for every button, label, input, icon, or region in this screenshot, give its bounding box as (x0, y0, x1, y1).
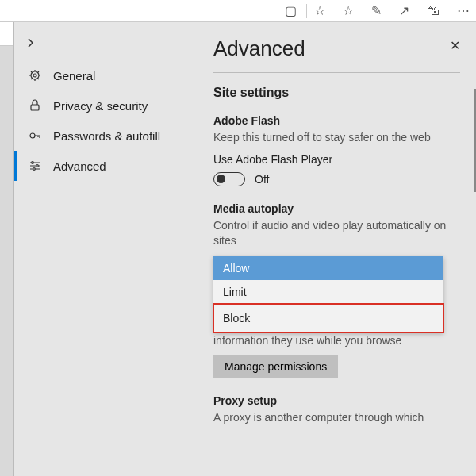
option-block[interactable]: Block (213, 304, 443, 332)
sidebar-item-advanced[interactable]: Advanced (14, 151, 193, 181)
svg-point-5 (36, 165, 39, 167)
flash-heading: Adobe Flash (213, 114, 460, 127)
proxy-section: Proxy setup A proxy is another computer … (213, 394, 460, 425)
sidebar-item-label: Advanced (53, 159, 106, 173)
back-button[interactable] (14, 30, 193, 60)
autoplay-section: Media autoplay Control if audio and vide… (213, 202, 460, 378)
content-pane: ✕ Advanced Site settings Adobe Flash Kee… (193, 22, 476, 476)
favorite-star-icon[interactable]: ☆ (314, 3, 325, 18)
sidebar-item-label: Passwords & autofill (53, 129, 160, 143)
gear-icon (28, 68, 42, 83)
sidebar-item-label: Privacy & security (53, 99, 148, 113)
sidebar-item-privacy[interactable]: Privacy & security (14, 90, 193, 121)
proxy-heading: Proxy setup (213, 394, 460, 407)
svg-point-3 (30, 133, 35, 138)
divider (213, 72, 460, 73)
manage-permissions-button[interactable]: Manage permissions (213, 355, 338, 378)
key-icon (28, 129, 42, 143)
close-icon[interactable]: ✕ (450, 38, 460, 53)
section-heading: Site settings (213, 86, 460, 100)
svg-point-4 (32, 162, 34, 164)
autoplay-desc: Control if audio and video play automati… (213, 218, 460, 248)
active-tab[interactable] (0, 22, 13, 46)
option-allow[interactable]: Allow (213, 256, 443, 280)
svg-point-1 (33, 74, 36, 77)
toolbar-separator (306, 4, 307, 18)
tab-strip (0, 22, 14, 476)
flash-use-label: Use Adobe Flash Player (213, 153, 460, 166)
svg-rect-2 (31, 105, 39, 110)
option-limit[interactable]: Limit (213, 280, 443, 304)
sidebar-item-passwords[interactable]: Passwords & autofill (14, 121, 193, 151)
sidebar-item-general[interactable]: General (14, 60, 193, 90)
permissions-text: information they use while you browse (213, 334, 460, 347)
reading-list-icon[interactable]: ▢ (285, 3, 297, 18)
share-icon[interactable]: ↗ (399, 3, 409, 18)
flash-toggle[interactable] (213, 172, 245, 186)
sliders-icon (28, 159, 42, 173)
flash-desc: Keep this turned off to stay safer on th… (213, 130, 460, 145)
favorites-add-icon[interactable]: ☆ (343, 3, 354, 18)
proxy-desc: A proxy is another computer through whic… (213, 410, 460, 425)
store-icon[interactable]: 🛍 (427, 4, 440, 18)
more-icon[interactable]: ⋯ (457, 3, 470, 18)
svg-point-6 (33, 168, 36, 171)
lock-icon (28, 98, 42, 113)
autoplay-heading: Media autoplay (213, 202, 460, 215)
settings-sidebar: General Privacy & security Passwords & a… (14, 22, 193, 476)
flash-section: Adobe Flash Keep this turned off to stay… (213, 114, 460, 186)
page-title: Advanced (213, 36, 460, 61)
browser-toolbar: ▢ ☆ ☆ ✎ ↗ 🛍 ⋯ (0, 0, 476, 22)
toggle-knob (217, 175, 225, 183)
toggle-state-label: Off (255, 173, 269, 186)
sidebar-item-label: General (53, 69, 95, 83)
autoplay-dropdown[interactable]: Allow Limit Block (213, 256, 443, 332)
pen-icon[interactable]: ✎ (371, 3, 382, 18)
